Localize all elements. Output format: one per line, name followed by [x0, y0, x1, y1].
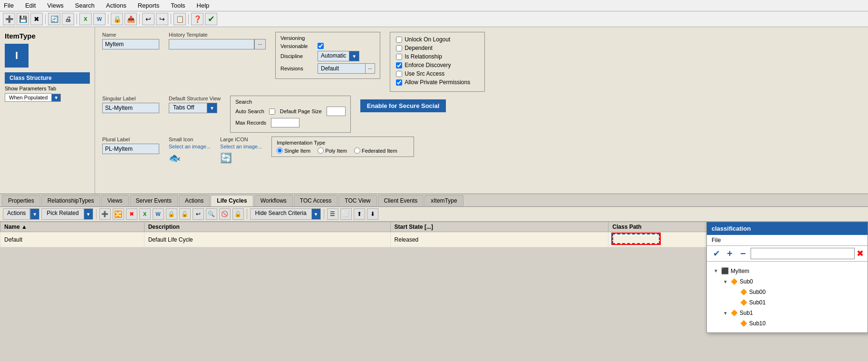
cl-search-input[interactable] — [751, 248, 855, 259]
tab-toc-view[interactable]: TOC View — [338, 195, 376, 206]
private-checkbox[interactable] — [396, 79, 402, 86]
single-item-radio[interactable] — [277, 147, 283, 154]
cl-check-btn[interactable]: ✔ — [711, 248, 722, 259]
toolbar-print[interactable]: 🖨 — [62, 13, 74, 25]
sub-sort-asc[interactable]: ⬆ — [354, 208, 365, 220]
cl-minus-btn[interactable]: − — [737, 248, 749, 259]
sub-delete[interactable]: ✖ — [126, 208, 137, 220]
tab-views[interactable]: Views — [101, 195, 129, 206]
when-populated-main[interactable]: When Populated — [5, 93, 51, 102]
menu-actions[interactable]: Actions — [104, 1, 128, 10]
pick-related-main[interactable]: Pick Related — [41, 208, 83, 220]
sub-sort-desc[interactable]: ⬇ — [367, 208, 378, 220]
menu-edit[interactable]: Edit — [23, 1, 38, 10]
menu-search[interactable]: Search — [73, 1, 96, 10]
toolbar-copy[interactable]: 📋 — [174, 13, 186, 25]
tab-actions[interactable]: Actions — [179, 195, 210, 206]
sub-search[interactable]: 🔍 — [206, 208, 217, 220]
tab-client-events[interactable]: Client Events — [378, 195, 424, 206]
menu-tools[interactable]: Tools — [169, 1, 187, 10]
small-icon-link[interactable]: Select an image... — [169, 144, 211, 149]
dependent-label: Dependent — [405, 45, 433, 51]
tree-row-sub1[interactable]: ▼ 🔶 Sub1 — [721, 309, 863, 317]
sub-word[interactable]: W — [153, 208, 164, 220]
class-path-dashed-box[interactable] — [612, 234, 660, 244]
singular-group: Singular Label — [102, 96, 159, 113]
tree-row-sub0[interactable]: ▼ 🔶 Sub0 — [721, 277, 863, 286]
toolbar-redo[interactable]: ↪ — [156, 13, 168, 25]
tab-toc-access[interactable]: TOC Access — [294, 195, 338, 206]
relationship-checkbox[interactable] — [396, 54, 402, 60]
sub-filter[interactable]: 🚫 — [219, 208, 231, 220]
toolbar-add[interactable]: ➕ — [3, 13, 15, 25]
toolbar-close[interactable]: ✖ — [30, 13, 43, 25]
expand-icon-sub00 — [733, 290, 738, 295]
menu-help[interactable]: Help — [195, 1, 212, 10]
history-template-btn[interactable]: ··· — [254, 39, 266, 49]
revisions-input[interactable] — [318, 63, 365, 74]
sub-excel[interactable]: X — [139, 208, 151, 220]
pick-related-arrow[interactable]: ▼ — [84, 208, 93, 220]
tree-row-myitem[interactable]: ▼ ⬛ MyItem — [712, 266, 863, 275]
tree-row-sub10[interactable]: 🔶 Sub10 — [731, 319, 863, 328]
sub-undo[interactable]: ↩ — [193, 208, 204, 220]
history-template-input[interactable] — [169, 39, 254, 49]
tab-properties[interactable]: Properties — [2, 195, 40, 206]
src-checkbox[interactable] — [396, 71, 402, 77]
unlock-checkbox[interactable] — [396, 37, 402, 43]
when-populated-arrow[interactable]: ▼ — [51, 94, 61, 102]
check-unlock: Unlock On Logout — [396, 36, 479, 43]
sub-list-view[interactable]: ☰ — [327, 208, 338, 220]
structure-arrow[interactable]: ▼ — [207, 103, 217, 113]
toolbar-check[interactable]: ✔ — [205, 13, 217, 25]
toolbar-excel[interactable]: X — [79, 13, 92, 25]
revisions-btn[interactable]: ··· — [365, 63, 375, 74]
secure-social-button[interactable]: Enable for Secure Social — [360, 99, 446, 112]
toolbar-save[interactable]: 💾 — [17, 13, 29, 25]
toolbar-undo[interactable]: ↩ — [142, 13, 154, 25]
actions-main[interactable]: Actions — [3, 208, 30, 220]
tab-relationship-types[interactable]: RelationshipTypes — [41, 195, 100, 206]
history-template-group: History Template ··· — [169, 32, 266, 49]
class-structure-button[interactable]: Class Structure — [5, 72, 90, 84]
cl-plus-btn[interactable]: + — [724, 248, 735, 259]
discipline-arrow[interactable]: ▼ — [349, 51, 359, 61]
federated-item-radio[interactable] — [354, 147, 360, 154]
large-icon-link[interactable]: Select an image... — [220, 144, 262, 149]
tab-server-events[interactable]: Server Events — [130, 195, 178, 206]
sub-add[interactable]: ➕ — [99, 208, 111, 220]
versionable-checkbox[interactable] — [318, 43, 324, 49]
menu-file[interactable]: File — [2, 1, 16, 10]
toolbar-lock[interactable]: 🔒 — [111, 13, 123, 25]
tab-workflows[interactable]: Workflows — [254, 195, 293, 206]
hide-search-arrow[interactable]: ▼ — [311, 208, 321, 220]
tab-xitemtype[interactable]: xItemType — [424, 195, 463, 206]
page-size-input[interactable] — [327, 107, 346, 116]
toolbar-promote[interactable]: 📤 — [125, 13, 137, 25]
toolbar-help[interactable]: ❓ — [191, 13, 203, 25]
dependent-checkbox[interactable] — [396, 45, 402, 51]
versioning-row1: Versionable — [280, 43, 375, 49]
plural-input[interactable] — [102, 144, 159, 154]
max-records-input[interactable] — [271, 118, 299, 127]
sub-clear[interactable]: 🔓 — [232, 208, 244, 220]
sub-box[interactable]: ⬜ — [340, 208, 352, 220]
menu-reports[interactable]: Reports — [136, 1, 162, 10]
sub-unlock[interactable]: 🔓 — [179, 208, 191, 220]
tree-row-sub01[interactable]: 🔶 Sub01 — [731, 298, 863, 307]
tab-life-cycles[interactable]: Life Cycles — [211, 195, 253, 206]
toolbar-refresh[interactable]: 🔄 — [48, 13, 60, 25]
sub-copy[interactable]: 🔀 — [113, 208, 124, 220]
menu-views[interactable]: Views — [45, 1, 65, 10]
cl-close-btn[interactable]: ✖ — [857, 248, 864, 259]
toolbar-word[interactable]: W — [93, 13, 106, 25]
actions-arrow[interactable]: ▼ — [30, 208, 39, 220]
poly-item-radio[interactable] — [318, 147, 324, 154]
auto-search-checkbox[interactable] — [269, 108, 275, 115]
singular-input[interactable] — [102, 103, 159, 113]
sub-lock[interactable]: 🔒 — [166, 208, 177, 220]
hide-search-main[interactable]: Hide Search Criteria — [250, 208, 311, 220]
name-input[interactable] — [102, 39, 159, 49]
tree-row-sub00[interactable]: 🔶 Sub00 — [731, 288, 863, 296]
enforce-checkbox[interactable] — [396, 62, 402, 68]
